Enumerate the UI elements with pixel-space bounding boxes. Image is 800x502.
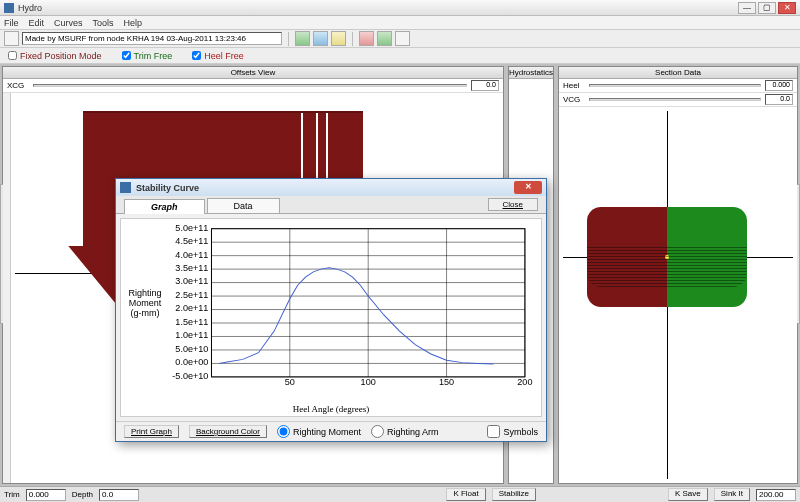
- svg-text:1.0e+11: 1.0e+11: [175, 331, 208, 341]
- svg-text:1.5e+11: 1.5e+11: [175, 317, 208, 327]
- menu-tools[interactable]: Tools: [93, 18, 114, 28]
- xcg-label: XCG: [7, 81, 29, 90]
- xcg-value[interactable]: 0.0: [471, 80, 499, 91]
- svg-text:100: 100: [361, 378, 376, 388]
- tab-data[interactable]: Data: [207, 198, 280, 213]
- print-graph-button[interactable]: Print Graph: [124, 425, 179, 438]
- dialog-button-row: Print Graph Background Color Righting Mo…: [116, 421, 546, 441]
- ksave-button[interactable]: K Save: [668, 488, 708, 501]
- opt-fixed-position[interactable]: Fixed Position Mode: [8, 51, 102, 61]
- heel-slider[interactable]: [589, 84, 761, 87]
- menu-curves[interactable]: Curves: [54, 18, 83, 28]
- vcg-slider[interactable]: [589, 98, 761, 101]
- svg-text:2.5e+11: 2.5e+11: [175, 290, 208, 300]
- depth-label: Depth: [72, 490, 93, 499]
- depth-field[interactable]: 0.0: [99, 489, 139, 501]
- pane-title-left: Offsets View: [3, 67, 503, 79]
- sinkit-button[interactable]: Sink It: [714, 488, 750, 501]
- svg-text:200: 200: [517, 378, 532, 388]
- toolbar-btn-4[interactable]: [359, 31, 374, 46]
- heel-slider-row: Heel 0.000: [559, 79, 797, 93]
- dialog-tabs: Graph Data Close: [116, 196, 546, 214]
- bg-color-button[interactable]: Background Color: [189, 425, 267, 438]
- status-bar: Trim 0.000 Depth 0.0 K Float Stabilize K…: [0, 486, 800, 502]
- toolbar-description-field[interactable]: Made by MSURF from node KRHA 194 03-Aug-…: [22, 32, 282, 45]
- heel-value[interactable]: 0.000: [765, 80, 793, 91]
- toolbar: Made by MSURF from node KRHA 194 03-Aug-…: [0, 30, 800, 48]
- svg-text:3.5e+11: 3.5e+11: [175, 263, 208, 273]
- app-icon: [4, 3, 14, 13]
- vcg-value[interactable]: 0.0: [765, 94, 793, 105]
- chart-plot: 5.0e+114.5e+114.0e+113.5e+113.0e+112.5e+…: [169, 223, 533, 394]
- dialog-title: Stability Curve: [136, 183, 199, 193]
- menu-edit[interactable]: Edit: [29, 18, 45, 28]
- svg-text:5.0e+10: 5.0e+10: [175, 344, 208, 354]
- vcg-slider-row: VCG 0.0: [559, 93, 797, 107]
- toolbar-open-icon[interactable]: [4, 31, 19, 46]
- heel-label: Heel: [563, 81, 585, 90]
- toolbar-btn-6[interactable]: [395, 31, 410, 46]
- xcg-slider[interactable]: [33, 84, 467, 87]
- svg-text:2.0e+11: 2.0e+11: [175, 304, 208, 314]
- section-data-pane: Section Data Heel 0.000 VCG 0.0: [558, 66, 798, 484]
- toolbar-btn-1[interactable]: [295, 31, 310, 46]
- dialog-close-button[interactable]: Close: [488, 198, 538, 211]
- dialog-titlebar[interactable]: Stability Curve ✕: [116, 179, 546, 196]
- pane-title-mid: Hydrostatics: [509, 67, 553, 79]
- options-row: Fixed Position Mode Trim Free Heel Free: [0, 48, 800, 64]
- toolbar-btn-2[interactable]: [313, 31, 328, 46]
- chart-area: Righting Moment (g-mm) Heel Angle (degre…: [120, 218, 542, 417]
- svg-text:4.0e+11: 4.0e+11: [175, 250, 208, 260]
- menu-help[interactable]: Help: [124, 18, 143, 28]
- svg-text:3.0e+11: 3.0e+11: [175, 277, 208, 287]
- symbols-checkbox[interactable]: Symbols: [487, 425, 538, 438]
- trim-label: Trim: [4, 490, 20, 499]
- close-button[interactable]: ✕: [778, 2, 796, 14]
- hull-section-view: [587, 207, 747, 307]
- stabilize-button[interactable]: Stabilize: [492, 488, 536, 501]
- svg-text:4.5e+11: 4.5e+11: [175, 236, 208, 246]
- stability-curve-dialog: Stability Curve ✕ Graph Data Close Right…: [115, 178, 547, 442]
- trim-field[interactable]: 0.000: [26, 489, 66, 501]
- maximize-button[interactable]: ▢: [758, 2, 776, 14]
- menu-file[interactable]: File: [4, 18, 19, 28]
- svg-text:150: 150: [439, 378, 454, 388]
- xcg-slider-row: XCG 0.0: [3, 79, 503, 93]
- svg-text:50: 50: [285, 378, 295, 388]
- vcg-label: VCG: [563, 95, 585, 104]
- app-title: Hydro: [18, 3, 738, 13]
- svg-text:0.0e+00: 0.0e+00: [175, 358, 208, 368]
- dialog-close-icon[interactable]: ✕: [514, 181, 542, 194]
- toolbar-btn-5[interactable]: [377, 31, 392, 46]
- opt-heel-free[interactable]: Heel Free: [192, 51, 244, 61]
- dialog-icon: [120, 182, 131, 193]
- svg-text:5.0e+11: 5.0e+11: [175, 223, 208, 233]
- kfloat-button[interactable]: K Float: [446, 488, 485, 501]
- tab-graph[interactable]: Graph: [124, 199, 205, 214]
- minimize-button[interactable]: —: [738, 2, 756, 14]
- opt-trim-free[interactable]: Trim Free: [122, 51, 173, 61]
- chart-xlabel: Heel Angle (degrees): [121, 404, 541, 414]
- radio-righting-arm[interactable]: Righting Arm: [371, 425, 439, 438]
- svg-text:-5.0e+10: -5.0e+10: [172, 371, 208, 381]
- toolbar-btn-3[interactable]: [331, 31, 346, 46]
- app-titlebar: Hydro — ▢ ✕: [0, 0, 800, 16]
- section-canvas[interactable]: [559, 107, 797, 483]
- center-marker-icon: [665, 255, 669, 259]
- chart-ylabel: Righting Moment (g-mm): [123, 289, 167, 319]
- zoom-field[interactable]: 200.00: [756, 489, 796, 501]
- radio-righting-moment[interactable]: Righting Moment: [277, 425, 361, 438]
- menu-bar: File Edit Curves Tools Help: [0, 16, 800, 30]
- pane-title-right: Section Data: [559, 67, 797, 79]
